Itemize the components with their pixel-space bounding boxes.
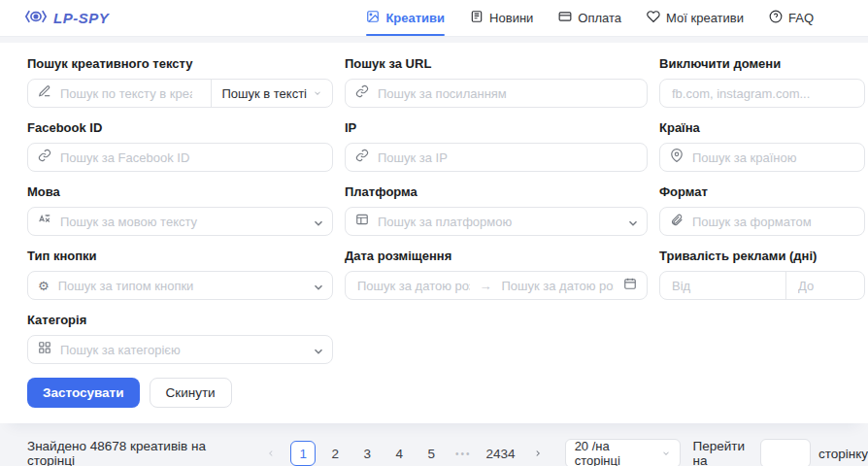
nav-label: Оплата [578,11,621,25]
category-input[interactable] [58,342,305,358]
calendar-icon [623,277,637,294]
field-label: Пошук за URL [345,56,648,71]
goto-label: Перейти на [693,439,752,466]
location-pin-icon [670,149,684,166]
main-nav: Креативи Новини Оплата Мої креативи [366,0,814,36]
field-label: Виключити домени [659,56,865,71]
field-label: Дата розміщення [345,249,648,263]
results-summary: Знайдено 48678 креативів на сторінці [27,439,244,466]
top-navbar: LP-SPY Креативи Новини Оплата [0,0,868,37]
apply-button[interactable]: Застосувати [27,378,140,408]
field-label: Пошук креативного тексту [27,56,333,71]
pagination-page-4[interactable]: 4 [386,441,412,466]
format-input[interactable] [690,214,854,230]
link-icon [355,149,369,166]
chevron-down-icon [312,216,322,227]
search-mode-value: Пошук в тексті [221,86,307,101]
nav-label: Мої креативи [666,11,744,25]
chevron-down-icon [313,86,322,101]
country-control [659,143,865,172]
goto-page-input[interactable] [760,439,811,466]
field-label: Тривалість реклами (дні) [659,249,865,263]
url-input[interactable] [376,85,637,102]
field-facebook-id: Facebook ID [27,116,333,172]
field-label: Країна [659,120,865,135]
reset-button[interactable]: Скинути [150,378,232,408]
url-control [345,79,648,108]
format-control [659,207,865,236]
duration-from-input[interactable] [670,278,769,294]
news-icon [470,10,484,26]
pagination-prev-button[interactable] [258,441,284,466]
results-toolbar: Знайдено 48678 креативів на сторінці 1 2… [0,439,868,466]
ip-input[interactable] [376,150,637,166]
language-input[interactable] [58,214,305,230]
page-size-value: 20 /на сторінці [575,439,653,466]
nav-news[interactable]: Новини [470,0,533,36]
nav-payment[interactable]: Оплата [558,0,621,36]
field-country: Країна [659,116,865,172]
nav-faq[interactable]: FAQ [769,0,814,36]
field-platform: Платформа [345,181,648,236]
field-category: Категорія [27,309,333,364]
field-label: Платформа [345,184,648,199]
button-type-select[interactable]: ⚙ [27,271,333,300]
field-label: Формат [659,184,865,199]
text-search-input[interactable] [58,85,194,102]
credit-card-icon [558,10,572,26]
field-label: Facebook ID [27,120,333,135]
heart-icon [647,10,660,26]
nav-label: FAQ [788,11,814,25]
country-input[interactable] [690,150,854,166]
brand-logo[interactable]: LP-SPY [25,9,109,28]
platform-select[interactable] [345,207,648,236]
platform-input[interactable] [376,214,619,230]
exclude-domains-input[interactable] [670,85,854,102]
pagination-page-last[interactable]: 2434 [483,441,517,466]
field-duration: Тривалість реклами (дні) [659,245,865,300]
nav-creatives[interactable]: Креативи [366,0,445,36]
goto-page: Перейти на сторінку [693,439,868,466]
pagination-next-button[interactable] [525,441,551,466]
field-language: Мова [27,181,333,236]
exclude-domains-control [659,79,865,108]
eye-logo-icon [25,9,47,28]
nav-my-creatives[interactable]: Мої креативи [647,0,744,36]
field-text-search: Пошук креативного тексту Пошук в тексті [27,52,333,108]
image-icon [366,10,380,26]
page-size-select[interactable]: 20 /на сторінці [565,439,681,466]
field-label: IP [345,120,648,135]
field-ip: IP [345,116,648,172]
nav-label: Новини [489,11,533,25]
duration-range [659,271,865,300]
category-grid-icon [38,341,51,358]
pagination-page-3[interactable]: 3 [354,441,380,466]
pagination-page-1[interactable]: 1 [290,441,316,466]
field-format: Формат [659,181,865,236]
facebook-id-input[interactable] [58,150,322,166]
arrow-right-icon: → [480,279,492,293]
facebook-id-control [27,143,333,172]
pagination-page-2[interactable]: 2 [322,441,348,466]
search-mode-select[interactable]: Пошук в тексті [211,80,332,107]
date-range-picker[interactable]: → [345,271,648,300]
date-end-input[interactable] [500,278,617,294]
field-button-type: Тип кнопки ⚙ [27,245,333,300]
chevron-down-icon [312,345,322,355]
duration-to-input[interactable] [796,278,854,294]
field-label: Тип кнопки [27,249,333,263]
pagination-page-5[interactable]: 5 [418,441,444,466]
link-icon [38,149,51,166]
button-type-input[interactable] [56,278,305,294]
nav-label: Креативи [385,11,445,25]
paperclip-icon [670,213,684,230]
field-url: Пошук за URL [345,52,648,108]
filter-actions: Застосувати Скинути [27,378,868,408]
language-select[interactable] [27,207,333,236]
category-select[interactable] [27,335,333,364]
chevron-down-icon [312,281,322,291]
chevron-down-icon [626,216,637,227]
filters-panel: Пошук креативного тексту Пошук в тексті … [0,43,868,423]
field-exclude-domains: Виключити домени [659,52,865,108]
date-start-input[interactable] [355,278,472,294]
